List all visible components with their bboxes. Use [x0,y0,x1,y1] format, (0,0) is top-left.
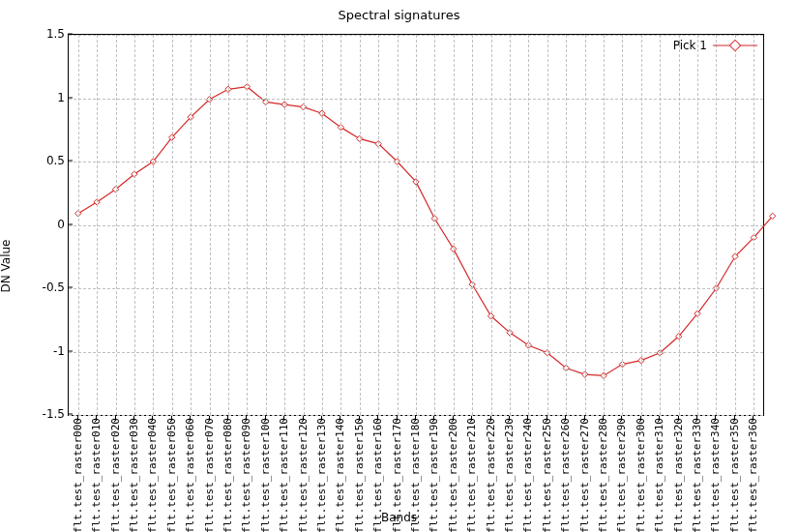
vgridline [191,35,192,415]
xtick-label: flt.test_raster070 [202,418,215,532]
xtick-label: flt.test_raster040 [146,418,159,532]
vgridline [754,35,754,415]
xtick-label: flt.test_raster060 [184,418,196,532]
xtick-label: flt.test_raster170 [390,418,402,532]
xtick-label: flt.test_raster250 [540,418,552,532]
vgridline [97,35,98,415]
xtick-label: flt.test_raster110 [278,418,290,532]
ytick-mark [68,414,73,415]
vgridline [340,35,341,415]
vgridline [134,35,135,415]
chart-title: Spectral signatures [0,8,798,22]
xtick-label: flt.test_raster310 [653,418,665,532]
vgridline [547,35,548,415]
spectral-chart: Spectral signatures DN Value Bands Pick … [0,0,798,532]
vgridline [398,35,399,415]
xtick-label: flt.test_raster240 [521,418,534,532]
ytick-mark [68,350,73,351]
xtick-label: flt.test_raster100 [258,418,271,532]
legend: Pick 1 [673,39,757,52]
vgridline [172,35,173,415]
vgridline [679,35,680,415]
vgridline [228,35,229,415]
ytick-label: -1 [53,344,65,358]
xtick-label: flt.test_raster220 [484,418,496,532]
vgridline [247,35,248,415]
vgridline [78,35,79,415]
xtick-label: flt.test_raster160 [371,418,384,532]
xtick-label: flt.test_raster350 [727,418,740,532]
xtick-label: flt.test_raster300 [634,418,646,532]
xtick-label: flt.test_raster200 [446,418,458,532]
vgridline [641,35,642,415]
ytick-mark [68,161,73,162]
ytick-mark [68,223,73,224]
xtick-label: flt.test_raster010 [90,418,103,532]
ytick-label: 1 [57,91,65,104]
vgridline [585,35,586,415]
vgridline [304,35,305,415]
vgridline [360,35,361,415]
vgridline [416,35,417,415]
ytick-mark [68,97,73,98]
xtick-label: flt.test_raster130 [314,418,327,532]
vgridline [716,35,717,415]
xtick-label: flt.test_raster190 [428,418,440,532]
xtick-label: flt.test_raster260 [559,418,572,532]
xtick-label: flt.test_raster340 [709,418,722,532]
xtick-label: flt.test_raster320 [671,418,684,532]
ytick-mark [68,287,73,288]
xtick-label: flt.test_raster280 [597,418,609,532]
xtick-label: flt.test_raster290 [615,418,628,532]
xtick-label: flt.test_raster020 [108,418,121,532]
vgridline [622,35,623,415]
ytick-label: -0.5 [43,281,65,294]
ytick-label: 0 [57,218,65,231]
vgridline [491,35,492,415]
xtick-label: flt.test_raster090 [240,418,252,532]
vgridline [697,35,698,415]
vgridline [604,35,605,415]
ytick-label: 1.5 [46,27,65,41]
vgridline [566,35,567,415]
xtick-label: flt.test_raster230 [503,418,516,532]
xtick-label: flt.test_raster210 [465,418,478,532]
diamond-icon [729,40,742,52]
legend-series-label: Pick 1 [673,39,707,52]
vgridline [454,35,455,415]
ytick-mark [68,34,73,35]
vgridline [528,35,529,415]
vgridline [322,35,323,415]
xtick-label: flt.test_raster050 [164,418,177,532]
xtick-label: flt.test_raster330 [691,418,703,532]
plot-area [68,34,764,416]
vgridline [153,35,154,415]
xtick-label: flt.test_raster000 [71,418,83,532]
vgridline [116,35,117,415]
vgridline [378,35,379,415]
ytick-label: -1.5 [43,407,65,421]
series-line [78,87,773,376]
xtick-label: flt.test_raster360 [747,418,759,532]
y-axis-label: DN Value [0,240,13,293]
vgridline [434,35,435,415]
xtick-label: flt.test_raster120 [296,418,309,532]
ytick-label: 0.5 [46,154,65,167]
xtick-label: flt.test_raster150 [352,418,365,532]
vgridline [210,35,211,415]
xtick-label: flt.test_raster030 [127,418,139,532]
xtick-label: flt.test_raster140 [334,418,346,532]
xtick-label: flt.test_raster180 [409,418,422,532]
xtick-label: flt.test_raster080 [221,418,233,532]
vgridline [284,35,285,415]
vgridline [735,35,736,415]
vgridline [266,35,267,415]
vgridline [660,35,661,415]
legend-sample [713,41,757,50]
vgridline [472,35,473,415]
vgridline [510,35,511,415]
xtick-label: flt.test_raster270 [577,418,590,532]
